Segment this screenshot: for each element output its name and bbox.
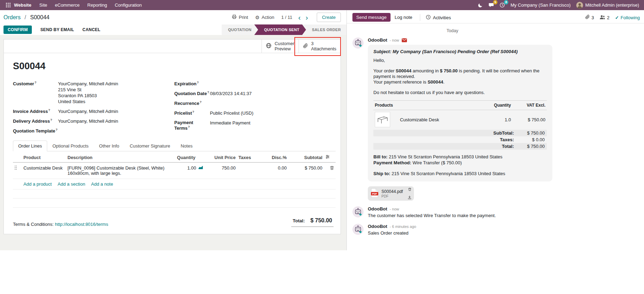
send-message-button[interactable]: Send message — [352, 13, 391, 22]
cancel-button[interactable]: CANCEL — [83, 27, 100, 32]
action-menu-button[interactable]: ⚙ Action — [255, 15, 274, 20]
customer-preview-button[interactable]: Customer Preview — [262, 40, 298, 53]
followers-counter-button[interactable]: 2 — [600, 15, 609, 21]
line-disc[interactable]: 0.00 — [260, 163, 288, 179]
stage-sales-order[interactable]: SALES ORDER — [302, 24, 346, 35]
add-a-section-link[interactable]: Add a section — [58, 181, 85, 187]
line-unit-price[interactable]: 750.00 — [205, 163, 237, 179]
quotation-date-value[interactable]: 08/03/2023 14:41:37 — [210, 91, 252, 96]
email-products-table: Products Quantity VAT Excl. Customizable… — [373, 100, 547, 129]
invoice-address-value[interactable]: YourCompany, Mitchell Admin — [58, 108, 118, 114]
add-a-note-link[interactable]: Add a note — [91, 181, 113, 187]
delivery-address-value[interactable]: YourCompany, Mitchell Admin — [58, 118, 118, 124]
unit-price-column-header[interactable]: Unit Price — [205, 151, 237, 163]
send-by-email-button[interactable]: SEND BY EMAIL — [40, 27, 74, 32]
top-navbar: Website Site eCommerce Reporting Configu… — [0, 0, 644, 10]
field-grid: Customer? YourCompany, Mitchell Admin 21… — [13, 81, 336, 138]
confirm-button[interactable]: CONFIRM — [3, 26, 32, 34]
line-taxes[interactable] — [237, 163, 260, 179]
forecast-chart-icon[interactable] — [198, 165, 203, 171]
menu-ecommerce[interactable]: eCommerce — [51, 0, 84, 10]
menu-reporting[interactable]: Reporting — [84, 0, 111, 10]
line-product[interactable]: Customizable Desk — [22, 163, 66, 179]
pricelist-value[interactable]: Public Pricelist (USD) — [210, 110, 253, 116]
odoobot-avatar — [352, 224, 364, 235]
activities-clock-icon[interactable]: 8 — [500, 2, 505, 8]
message-author[interactable]: OdooBot — [368, 37, 387, 43]
add-a-product-link[interactable]: Add a product — [23, 181, 52, 187]
attachments-button[interactable]: 3 Attachments — [299, 40, 341, 53]
pager-next-icon[interactable]: › — [304, 15, 310, 20]
menu-configuration[interactable]: Configuration — [111, 0, 145, 10]
dark-mode-moon-icon[interactable] — [478, 3, 483, 8]
product-column-header[interactable]: Product — [22, 151, 66, 163]
tab-notes[interactable]: Notes — [176, 141, 198, 151]
product-thumbnail — [375, 112, 390, 127]
user-menu[interactable]: Mitchell Admin (enterprise) — [576, 2, 639, 9]
check-icon: ✓ — [615, 15, 619, 20]
line-quantity[interactable]: 1.00 — [173, 163, 205, 179]
delete-attachment-icon[interactable] — [408, 187, 412, 191]
field-recurrence: Recurrence? — [174, 100, 327, 106]
invoice-address-label: Invoice Address? — [13, 108, 58, 114]
message-note: OdooBot - now The customer has selected … — [352, 206, 552, 218]
quotation-date-label: Quotation Date? — [174, 91, 210, 96]
terms-link[interactable]: http://localhost:8016/terms — [55, 222, 108, 227]
following-button[interactable]: ✓ Following — [615, 15, 640, 20]
help-tooltip: ? — [188, 125, 190, 129]
download-attachment-icon[interactable] — [408, 195, 412, 199]
order-line-row[interactable]: Customizable Desk [FURN_0096] Customizab… — [13, 163, 336, 179]
message-author[interactable]: OdooBot — [368, 224, 387, 229]
stage-quotation-sent[interactable]: QUOTATION SENT — [254, 24, 306, 35]
message-note: OdooBot - 6 minutes ago Sales Order crea… — [352, 224, 552, 236]
product-quantity: 1.0 — [481, 110, 513, 129]
tab-order-lines[interactable]: Order Lines — [13, 141, 47, 151]
tab-optional-products[interactable]: Optional Products — [47, 141, 94, 151]
tab-other-info[interactable]: Other Info — [94, 141, 124, 151]
messages-icon[interactable]: 5 — [488, 2, 494, 8]
attachment-card[interactable]: PDF S00044.pdf PDF — [368, 186, 414, 201]
stage-quotation[interactable]: QUOTATION — [222, 24, 258, 35]
bill-to-line: Bill to: 215 Vine St Scranton Pennsylvan… — [373, 154, 547, 160]
create-button[interactable]: Create — [317, 13, 341, 22]
pdf-file-icon: PDF — [371, 188, 379, 199]
activities-button[interactable]: Activities — [424, 13, 453, 22]
message-author[interactable]: OdooBot — [368, 206, 387, 211]
printer-icon — [232, 14, 237, 20]
breadcrumb-separator: / — [24, 14, 26, 20]
attachment-filetype: PDF — [381, 194, 403, 198]
apps-grid-icon[interactable] — [3, 3, 13, 7]
delete-line-icon[interactable] — [324, 163, 336, 179]
paperclip-icon — [303, 43, 308, 50]
sheet-background: Customer Preview 3 Attachments — [0, 35, 346, 250]
total-block: Total: $ 750.00 — [291, 217, 334, 227]
subtotal-column-header[interactable]: Subtotal — [288, 151, 324, 163]
payment-terms-value[interactable]: Immediate Payment — [210, 120, 251, 131]
optional-columns-header[interactable] — [324, 151, 336, 163]
chatter-topbar: Send message Log note Activities 3 2 ✓ F… — [347, 10, 644, 23]
message-thread: Today OdooBot - now Subject: My Company … — [347, 23, 552, 241]
breadcrumb-orders-link[interactable]: Orders — [3, 14, 21, 20]
menu-site[interactable]: Site — [36, 0, 51, 10]
log-note-button[interactable]: Log note — [391, 13, 417, 22]
stage-statusbar: QUOTATION QUOTATION SENT SALES ORDER — [222, 24, 346, 35]
customer-value[interactable]: YourCompany, Mitchell Admin 215 Vine St … — [58, 81, 118, 105]
tab-customer-signature[interactable]: Customer Signature — [124, 141, 176, 151]
order-footer: Terms & Conditions: http://localhost:801… — [13, 217, 336, 227]
app-name[interactable]: Website — [14, 2, 31, 8]
disc-column-header[interactable]: Disc.% — [260, 151, 288, 163]
line-description[interactable]: [FURN_0096] Customizable Desk (Steel, Wh… — [66, 163, 173, 179]
company-switcher[interactable]: My Company (San Francisco) — [510, 2, 571, 8]
description-column-header[interactable]: Description — [66, 151, 173, 163]
breadcrumb: Orders / S00044 — [3, 14, 49, 21]
taxes-column-header[interactable]: Taxes — [237, 151, 260, 163]
message-text: The customer has selected Wire Transfer … — [368, 213, 552, 218]
message-header: OdooBot - 6 minutes ago — [368, 224, 552, 229]
field-quotation-template: Quotation Template? — [13, 128, 165, 134]
attachments-counter-button[interactable]: 3 — [585, 14, 594, 21]
attachment-filename[interactable]: S00044.pdf — [381, 189, 403, 194]
drag-handle-icon[interactable] — [13, 163, 22, 179]
quantity-column-header[interactable]: Quantity — [173, 151, 205, 163]
print-button[interactable]: Print — [232, 14, 248, 20]
pager-previous-icon[interactable]: ‹ — [296, 15, 302, 20]
